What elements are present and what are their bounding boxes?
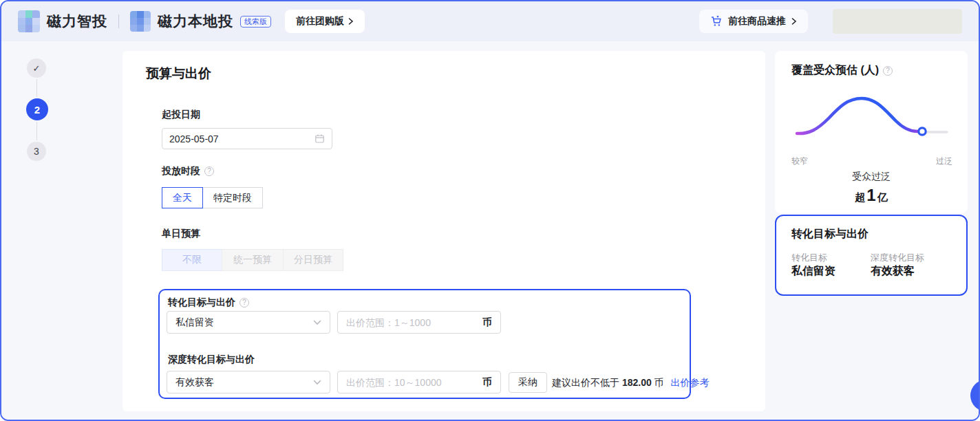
goto-groupbuy-label: 前往团购版	[296, 15, 344, 28]
bid-range-input[interactable]	[346, 317, 478, 328]
conversion-label-row: 转化目标与出价	[168, 296, 249, 309]
summary-goal-value: 私信留资	[791, 264, 835, 279]
tab-budget-unified[interactable]: 统一预算	[222, 249, 284, 271]
curve-marker[interactable]	[919, 128, 926, 135]
bid-range-field[interactable]: 币	[337, 311, 501, 334]
step-3[interactable]: 3	[27, 142, 46, 161]
app-window: 磁力智投 磁力本地投 线索版 前往团购版 前往商品速推 2 3	[0, 0, 980, 421]
deep-bid-range-input[interactable]	[346, 377, 478, 388]
step-1-completed[interactable]	[27, 58, 46, 78]
suggestion-prefix: 建议出价不低于	[552, 377, 622, 388]
conversion-label: 转化目标与出价	[168, 296, 235, 309]
tab-budget-per-day[interactable]: 分日预算	[283, 249, 343, 271]
step-connector	[36, 79, 37, 97]
chevron-down-icon	[313, 320, 321, 325]
start-date-label: 起投日期	[162, 109, 200, 121]
audience-title: 覆盖受众预估 (人)	[791, 63, 879, 78]
conversion-goal-select[interactable]: 私信留资	[167, 311, 330, 334]
budget-bid-card: 预算与出价 起投日期 投放时段 全天 特定时段 单日预算 不限 统一预算 分日预…	[122, 51, 765, 411]
page-body: 2 3 预算与出价 起投日期 投放时段 全天 特定时段 单日预算 不限 统一预算	[1, 41, 979, 420]
deep-conversion-goal-value: 有效获客	[175, 376, 214, 389]
schedule-label: 投放时段	[162, 165, 200, 177]
goto-product-promo-label: 前往商品速推	[728, 15, 786, 28]
tab-specific-period[interactable]: 特定时段	[202, 187, 263, 208]
currency-suffix: 币	[482, 376, 492, 389]
calendar-icon	[315, 133, 325, 144]
audience-value-number: 1	[865, 186, 877, 204]
start-date-field[interactable]	[162, 128, 332, 149]
start-date-input[interactable]	[169, 133, 315, 144]
deep-conversion-goal-select[interactable]: 有效获客	[167, 371, 330, 393]
header-divider	[118, 14, 119, 28]
tab-all-day[interactable]: 全天	[162, 187, 203, 208]
bid-reference-link[interactable]: 出价参考	[671, 377, 710, 388]
product-title: 磁力本地投	[158, 12, 233, 31]
version-badge: 线索版	[240, 16, 271, 28]
header-left: 磁力智投 磁力本地投 线索版 前往团购版	[18, 10, 365, 33]
blurred-product-logo	[130, 11, 151, 32]
suggestion-value: 182.00	[622, 377, 652, 388]
brand-title: 磁力智投	[47, 12, 107, 31]
audience-curve-chart	[791, 87, 951, 153]
schedule-tabs: 全天 特定时段	[162, 187, 263, 208]
cart-icon	[710, 15, 723, 28]
help-icon[interactable]	[204, 166, 214, 176]
audience-value-prefix: 超	[855, 191, 865, 203]
step-connector	[36, 122, 37, 140]
header: 磁力智投 磁力本地投 线索版 前往团购版 前往商品速推	[1, 1, 979, 41]
daily-budget-label: 单日预算	[162, 228, 200, 240]
suggestion-unit: 币	[652, 377, 664, 388]
floating-action-button[interactable]	[970, 380, 980, 411]
bell-curve	[791, 87, 951, 153]
chevron-right-icon	[348, 18, 354, 25]
currency-suffix: 币	[482, 316, 492, 329]
adopt-button[interactable]: 采纳	[509, 372, 547, 393]
schedule-label-row: 投放时段	[162, 165, 214, 177]
chevron-right-icon	[791, 18, 797, 25]
audience-value-unit: 亿	[877, 191, 888, 203]
help-icon[interactable]	[239, 298, 249, 307]
audience-title-row: 覆盖受众预估 (人)	[791, 63, 893, 78]
conversion-goal-value: 私信留资	[175, 316, 214, 329]
summary-title: 转化目标与出价	[791, 227, 869, 241]
axis-label-broad: 过泛	[936, 155, 952, 167]
deep-bid-range-field[interactable]: 币	[337, 371, 501, 393]
axis-label-narrow: 较窄	[791, 155, 808, 167]
help-icon[interactable]	[883, 66, 893, 76]
curve-line	[797, 98, 919, 133]
page-title: 预算与出价	[146, 65, 211, 83]
audience-estimate-card: 覆盖受众预估 (人)	[775, 51, 968, 213]
summary-deep-goal-label: 深度转化目标	[871, 252, 924, 264]
blurred-account-info	[833, 9, 962, 34]
header-right: 前往商品速推	[699, 9, 962, 34]
summary-deep-goal-value: 有效获客	[871, 264, 915, 279]
audience-status: 受众过泛	[775, 171, 968, 183]
tab-budget-unlimited[interactable]: 不限	[162, 249, 222, 271]
goto-groupbuy-button[interactable]: 前往团购版	[285, 10, 365, 33]
conversion-goal-box: 转化目标与出价 私信留资 币 深度转化目标与出价 有效获客	[158, 289, 691, 399]
step-2-current[interactable]: 2	[26, 98, 48, 120]
chevron-down-icon	[313, 380, 321, 385]
floating-action-button-secondary[interactable]	[973, 413, 980, 421]
goto-product-promo-button[interactable]: 前往商品速推	[699, 10, 808, 33]
bid-suggestion: 建议出价不低于 182.00 币出价参考	[552, 377, 710, 389]
summary-goal-label: 转化目标	[791, 252, 827, 264]
blurred-brand-logo	[18, 10, 40, 32]
conversion-summary-box: 转化目标与出价 转化目标 深度转化目标 私信留资 有效获客	[775, 215, 968, 296]
daily-budget-tabs: 不限 统一预算 分日预算	[162, 249, 343, 271]
deep-conversion-label: 深度转化目标与出价	[168, 354, 255, 366]
audience-value: 超1亿	[775, 186, 968, 205]
